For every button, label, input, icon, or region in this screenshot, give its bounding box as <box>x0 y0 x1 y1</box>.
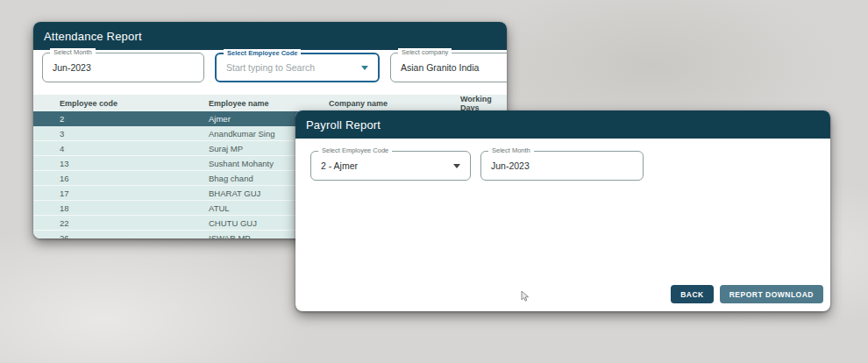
cell-code: 4 <box>33 144 209 153</box>
col-working-days: Working Days <box>460 95 507 112</box>
payroll-report-window: Payroll Report Select Employee Code 2 - … <box>295 110 830 311</box>
select-month-label: Select Month <box>488 146 534 154</box>
select-employee-code-label: Select Employee Code <box>224 49 301 57</box>
attendance-window-titlebar: Attendance Report <box>33 22 507 50</box>
cell-code: 13 <box>33 159 209 168</box>
select-employee-code-label: Select Employee Code <box>318 146 392 154</box>
select-company-value: Asian Granito India <box>401 62 479 73</box>
payroll-window-titlebar: Payroll Report <box>295 110 830 139</box>
desktop: Attendance Report Select Month Jun-2023 … <box>0 0 868 363</box>
attendance-window-title: Attendance Report <box>44 30 142 43</box>
dropdown-arrow-icon[interactable] <box>361 66 368 70</box>
report-download-button[interactable]: REPORT DOWNLOAD <box>720 285 823 303</box>
payroll-select-employee-code-field[interactable]: Select Employee Code 2 - Ajmer <box>310 151 471 181</box>
col-company-name: Company name <box>329 99 460 108</box>
select-month-value: Jun-2023 <box>491 160 530 171</box>
attendance-table-header: Employee code Employee name Company name… <box>33 95 507 111</box>
cell-code: 17 <box>33 189 209 198</box>
payroll-select-month-field[interactable]: Select Month Jun-2023 <box>480 151 644 181</box>
back-button[interactable]: BACK <box>671 285 714 303</box>
col-employee-code: Employee code <box>33 99 209 108</box>
payroll-actions: BACK REPORT DOWNLOAD <box>671 285 823 303</box>
dropdown-arrow-icon[interactable] <box>453 164 460 168</box>
cell-code: 2 <box>33 114 209 124</box>
attendance-select-company-field[interactable]: Select company Asian Granito India <box>390 53 507 82</box>
cell-code: 18 <box>33 203 209 213</box>
cell-code: 16 <box>33 174 209 183</box>
cell-code: 26 <box>33 233 209 239</box>
mouse-cursor-icon <box>521 290 530 306</box>
payroll-window-title: Payroll Report <box>306 118 381 132</box>
select-month-label: Select Month <box>50 48 96 56</box>
cell-code: 3 <box>33 129 209 139</box>
employee-code-placeholder: Start typing to Search <box>226 62 315 73</box>
col-employee-name: Employee name <box>209 99 329 108</box>
select-company-label: Select company <box>398 48 452 56</box>
attendance-select-employee-code-field[interactable]: Select Employee Code Start typing to Sea… <box>215 53 380 82</box>
select-month-value: Jun-2023 <box>53 62 91 73</box>
employee-code-value: 2 - Ajmer <box>321 160 358 171</box>
attendance-select-month-field[interactable]: Select Month Jun-2023 <box>42 53 204 82</box>
cell-code: 22 <box>33 218 209 228</box>
